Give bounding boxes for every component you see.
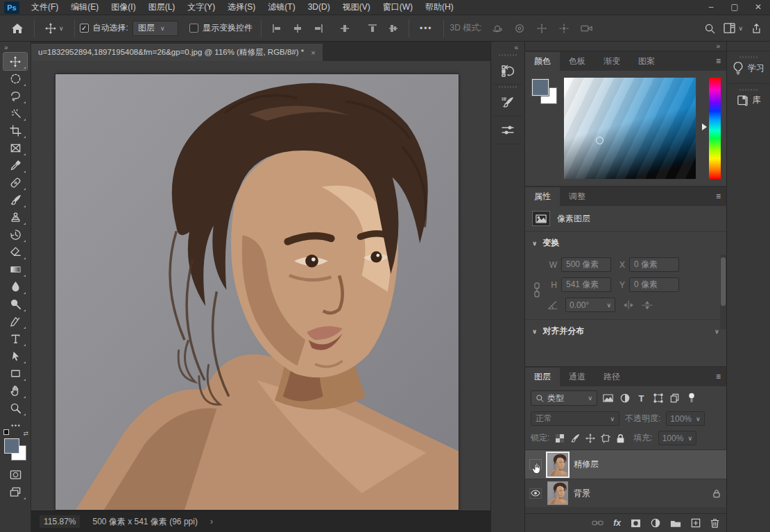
clone-stamp-tool[interactable]	[3, 209, 27, 226]
healing-brush-tool[interactable]	[3, 174, 27, 191]
lock-position-icon[interactable]	[585, 434, 595, 443]
align-middle-button[interactable]	[383, 21, 404, 36]
menu-image[interactable]: 图像(I)	[105, 0, 142, 15]
tab-channels[interactable]: 通道	[560, 368, 594, 386]
maximize-button[interactable]: ▢	[723, 0, 746, 15]
close-tab-icon[interactable]: ×	[311, 49, 315, 57]
width-input[interactable]: 500 像素	[561, 257, 611, 272]
minimize-button[interactable]: –	[699, 0, 723, 15]
brushes-panel-button[interactable]	[494, 117, 522, 144]
quick-mask-button[interactable]	[3, 466, 27, 483]
brush-settings-panel-button[interactable]	[494, 89, 522, 117]
threed-camera-button[interactable]	[575, 21, 599, 36]
link-dimensions-icon[interactable]	[531, 257, 543, 312]
tab-swatches[interactable]: 色板	[560, 52, 594, 71]
filter-pixel-layers-button[interactable]	[602, 394, 614, 402]
tab-paths[interactable]: 路径	[594, 368, 629, 386]
layer-row-background[interactable]: 背景	[525, 479, 726, 507]
search-icon[interactable]	[704, 23, 715, 34]
zoom-level-field[interactable]: 115.87%	[40, 515, 80, 528]
eyedropper-tool[interactable]	[3, 157, 27, 174]
filter-shape-layers-button[interactable]	[652, 393, 664, 403]
collapse-panels-control[interactable]: «	[508, 42, 524, 53]
close-button[interactable]: ✕	[746, 0, 770, 15]
collapse-panels-chevrons[interactable]: »	[716, 42, 721, 50]
transform-section-header[interactable]: ∨ 变换	[525, 231, 726, 255]
blur-tool[interactable]	[3, 278, 27, 295]
menu-3d[interactable]: 3D(D)	[302, 0, 336, 15]
hand-tool[interactable]	[3, 382, 27, 400]
filter-type-layers-button[interactable]: T	[635, 393, 647, 404]
add-mask-icon[interactable]	[631, 519, 641, 528]
opacity-input[interactable]: 100%∨	[666, 411, 704, 426]
dodge-tool[interactable]	[3, 295, 27, 313]
foreground-color-swatch[interactable]	[532, 79, 549, 96]
tab-patterns[interactable]: 图案	[629, 52, 664, 71]
visibility-toggle-visible[interactable]	[529, 488, 542, 499]
link-layers-icon[interactable]	[592, 520, 604, 526]
layer-row-retouch[interactable]: 精修层	[525, 450, 726, 479]
delete-layer-icon[interactable]	[710, 518, 719, 528]
height-input[interactable]: 541 像素	[561, 277, 611, 292]
panel-menu-icon[interactable]: ≡	[716, 56, 721, 66]
tab-adjustments[interactable]: 调整	[560, 187, 594, 206]
tab-gradients[interactable]: 渐变	[594, 52, 629, 71]
history-panel-button[interactable]	[494, 57, 522, 85]
layer-name[interactable]: 精修层	[574, 458, 599, 470]
status-options-chevron[interactable]: ›	[210, 517, 213, 526]
menu-help[interactable]: 帮助(H)	[419, 0, 460, 15]
layer-thumbnail[interactable]	[547, 481, 568, 505]
threed-roll-button[interactable]	[508, 20, 531, 37]
libraries-panel-button[interactable]: 库	[727, 83, 770, 114]
threed-pan-button[interactable]	[531, 20, 553, 37]
zoom-tool[interactable]	[3, 400, 27, 417]
align-center-h-button[interactable]	[287, 21, 308, 36]
threed-slide-button[interactable]	[553, 20, 575, 37]
filter-smart-objects-button[interactable]	[669, 393, 681, 403]
eraser-tool[interactable]	[3, 243, 27, 261]
panel-menu-icon[interactable]: ≡	[716, 191, 721, 201]
menu-type[interactable]: 文字(Y)	[181, 0, 221, 15]
lock-pixels-icon[interactable]	[570, 434, 580, 443]
default-colors-icon[interactable]	[3, 429, 9, 435]
tab-properties[interactable]: 属性	[525, 187, 560, 206]
menu-filter[interactable]: 滤镜(T)	[262, 0, 301, 15]
type-tool[interactable]	[3, 330, 27, 347]
menu-file[interactable]: 文件(F)	[25, 0, 65, 15]
distribute-button[interactable]	[334, 21, 355, 36]
scrollbar[interactable]	[720, 255, 726, 329]
tab-layers[interactable]: 图层	[525, 368, 560, 386]
tab-color[interactable]: 颜色	[525, 52, 560, 71]
fill-input[interactable]: 100%∨	[658, 431, 696, 445]
rotation-input[interactable]: 0.00°∨	[565, 298, 615, 312]
swap-colors-icon[interactable]: ⇄	[23, 430, 28, 437]
new-group-icon[interactable]	[670, 519, 681, 528]
magic-wand-tool[interactable]	[3, 105, 27, 122]
flip-horizontal-icon[interactable]	[622, 300, 635, 310]
lock-all-icon[interactable]	[616, 434, 625, 443]
layer-filter-dropdown[interactable]: 类型 ∨	[531, 391, 597, 406]
rectangle-tool[interactable]	[3, 365, 27, 382]
more-options-button[interactable]: •••	[414, 21, 438, 36]
auto-select-target-dropdown[interactable]: 图层∨	[132, 21, 178, 36]
menu-view[interactable]: 视图(V)	[336, 0, 377, 15]
frame-tool[interactable]	[3, 139, 27, 157]
color-picker-field[interactable]	[564, 78, 696, 179]
crop-tool[interactable]	[3, 122, 27, 139]
learn-panel-button[interactable]: 学习	[727, 51, 770, 83]
marquee-tool[interactable]	[3, 70, 27, 87]
move-tool-preset[interactable]: ∨	[40, 20, 69, 37]
pen-tool[interactable]	[3, 313, 27, 330]
flip-vertical-icon[interactable]	[642, 300, 653, 310]
move-tool[interactable]	[3, 53, 27, 70]
home-button[interactable]	[6, 20, 29, 37]
foreground-color-swatch[interactable]	[4, 438, 19, 454]
auto-select-checkbox[interactable]: ✓	[80, 24, 89, 33]
menu-edit[interactable]: 编辑(E)	[65, 0, 105, 15]
history-brush-tool[interactable]	[3, 226, 27, 243]
document-tab[interactable]: u=1832952894,1897195408&fm=26&gp=0.jpg @…	[31, 44, 323, 61]
menu-select[interactable]: 选择(S)	[221, 0, 262, 15]
layer-style-fx-icon[interactable]: fx	[613, 518, 621, 528]
lock-artboard-icon[interactable]	[601, 434, 610, 443]
threed-orbit-button[interactable]	[486, 20, 508, 37]
